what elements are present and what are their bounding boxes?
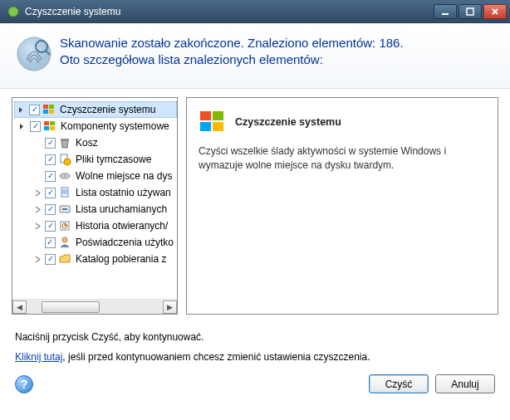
cancel-button[interactable]: Anuluj — [435, 374, 495, 393]
svg-rect-6 — [43, 105, 48, 109]
detail-pane: Czyszczenie systemu Czyści wszelkie ślad… — [186, 97, 498, 315]
expander-placeholder — [32, 154, 42, 164]
svg-rect-10 — [44, 121, 49, 125]
checkbox[interactable] — [45, 188, 56, 198]
clean-button[interactable]: Czyść — [369, 374, 429, 393]
header-line2: Oto szczegółowa lista znalezionych eleme… — [60, 51, 404, 68]
detail-body: Czyści wszelkie ślady aktywności w syste… — [199, 144, 486, 173]
user-icon — [58, 236, 71, 249]
settings-link[interactable]: Kliknij tutaj — [15, 351, 62, 363]
tree-root-row[interactable]: Czyszczenie systemu — [14, 101, 177, 118]
checkbox[interactable] — [45, 254, 56, 265]
tree-pane: Czyszczenie systemu Komponenty systemowe… — [12, 97, 178, 315]
disk-icon — [58, 169, 71, 183]
tree-root-label: Czyszczenie systemu — [58, 104, 157, 115]
tree-group-label: Komponenty systemowe — [59, 120, 171, 132]
scroll-track[interactable] — [27, 300, 163, 314]
checkbox[interactable] — [45, 154, 56, 165]
windows-flag-icon — [199, 108, 227, 136]
close-button[interactable] — [483, 4, 507, 19]
svg-rect-13 — [50, 126, 55, 130]
svg-rect-26 — [200, 122, 211, 131]
footer-text2: , jeśli przed kontynuowaniem chcesz zmie… — [62, 351, 370, 363]
svg-rect-24 — [200, 111, 211, 120]
tree-item-row[interactable]: Poświadczenia użytko — [14, 234, 177, 251]
tree-item-label: Poświadczenia użytko — [74, 237, 175, 248]
tree-item-row[interactable]: Historia otwieranych/ — [14, 217, 177, 234]
scroll-left-button[interactable]: ◀ — [12, 300, 27, 314]
trash-icon — [58, 136, 71, 149]
checkbox[interactable] — [45, 221, 56, 232]
checkbox[interactable] — [45, 237, 56, 248]
header-line1: Skanowanie zostało zakończone. Znalezion… — [60, 35, 404, 51]
expander-placeholder — [32, 138, 42, 148]
tree-item-label: Katalog pobierania z — [74, 253, 168, 265]
fingerprint-icon — [15, 35, 53, 73]
tree-item-label: Lista uruchamianych — [74, 203, 169, 215]
tree-item-label: Historia otwieranych/ — [74, 220, 169, 232]
windows-flag-icon — [42, 103, 56, 116]
svg-point-16 — [64, 159, 71, 165]
expander-icon[interactable] — [32, 188, 42, 198]
run-icon — [58, 203, 71, 216]
maximize-button[interactable] — [459, 4, 482, 19]
checkbox[interactable] — [45, 171, 56, 182]
svg-rect-8 — [43, 110, 48, 114]
expander-placeholder — [32, 237, 42, 247]
minimize-button[interactable] — [434, 4, 457, 19]
scroll-thumb[interactable] — [42, 301, 100, 313]
temp-icon — [58, 153, 71, 166]
checkbox[interactable] — [45, 204, 56, 215]
svg-rect-12 — [44, 126, 49, 130]
svg-rect-11 — [50, 121, 55, 125]
detail-title: Czyszczenie systemu — [235, 116, 341, 128]
help-icon[interactable]: ? — [15, 375, 33, 393]
scroll-right-button[interactable]: ▶ — [163, 300, 177, 314]
expander-icon[interactable] — [32, 254, 42, 264]
expander-icon[interactable] — [32, 204, 42, 214]
tree-item-row[interactable]: Kosz — [14, 134, 177, 151]
checkbox[interactable] — [29, 105, 40, 115]
tree-item-row[interactable]: Wolne miejsce na dys — [14, 168, 177, 184]
tree-group-row[interactable]: Komponenty systemowe — [14, 118, 177, 134]
footer-instruction: Naciśnij przycisk Czyść, aby kontynuować… — [15, 331, 495, 343]
expander-icon[interactable] — [17, 121, 27, 131]
svg-rect-27 — [213, 122, 223, 131]
svg-point-18 — [64, 175, 66, 177]
svg-point-23 — [62, 237, 67, 242]
tree-item-label: Pliki tymczasowe — [74, 154, 153, 165]
horizontal-scrollbar[interactable]: ◀ ▶ — [12, 299, 177, 314]
svg-point-0 — [8, 7, 18, 17]
header-text: Skanowanie zostało zakończone. Znalezion… — [60, 35, 404, 69]
svg-rect-14 — [61, 139, 69, 140]
svg-rect-2 — [467, 8, 473, 15]
svg-rect-9 — [49, 110, 54, 114]
svg-rect-25 — [213, 111, 223, 120]
checkbox[interactable] — [45, 138, 56, 149]
doc-icon — [58, 186, 71, 199]
tree-item-label: Lista ostatnio używan — [74, 187, 173, 198]
tree-item-row[interactable]: Lista uruchamianych — [14, 201, 177, 217]
tree-item-label: Wolne miejsce na dys — [74, 170, 174, 182]
checkbox[interactable] — [30, 121, 41, 132]
folder-icon — [58, 252, 71, 266]
tree-item-row[interactable]: Pliki tymczasowe — [14, 151, 177, 168]
footer-settings-line: Kliknij tutaj, jeśli przed kontynuowanie… — [15, 351, 495, 363]
header-pane: Skanowanie zostało zakończone. Znalezion… — [0, 23, 510, 89]
tree-item-row[interactable]: Katalog pobierania z — [14, 251, 177, 267]
app-icon — [7, 5, 20, 18]
titlebar: Czyszczenie systemu — [0, 0, 510, 23]
history-icon — [58, 219, 71, 232]
footer: Naciśnij przycisk Czyść, aby kontynuować… — [0, 321, 510, 405]
expander-icon[interactable] — [32, 221, 42, 231]
svg-rect-7 — [49, 105, 54, 109]
expander-placeholder — [32, 171, 42, 181]
svg-rect-1 — [442, 13, 449, 15]
windows-flag-icon — [43, 120, 56, 133]
expander-icon[interactable] — [17, 105, 27, 115]
tree-item-row[interactable]: Lista ostatnio używan — [14, 184, 177, 201]
window-title: Czyszczenie systemu — [25, 6, 434, 17]
tree-item-label: Kosz — [74, 137, 100, 149]
